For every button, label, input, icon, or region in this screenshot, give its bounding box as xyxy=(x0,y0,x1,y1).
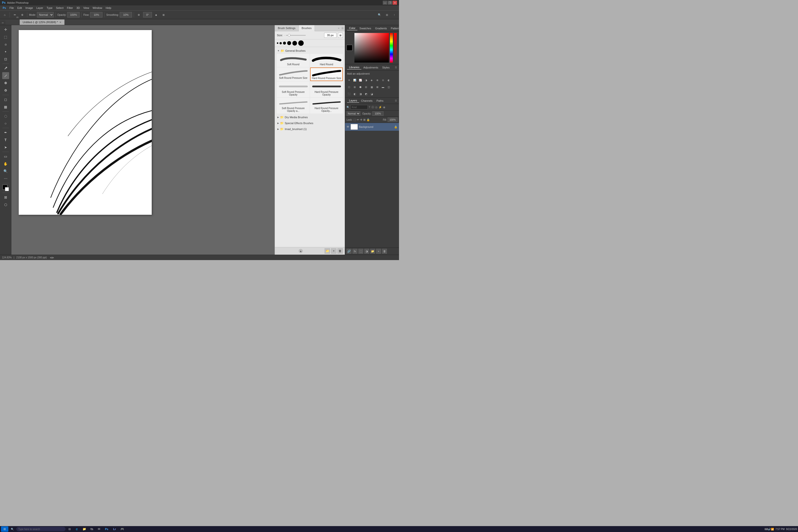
tool-eraser[interactable]: ◻ xyxy=(2,96,9,103)
tool-rect-select[interactable]: ⬚ xyxy=(2,34,9,40)
color-gradient[interactable] xyxy=(355,33,389,62)
brush-hard-round-pressure-size[interactable]: Hard Round Pressure Size xyxy=(310,68,343,81)
menu-select[interactable]: Select xyxy=(54,5,65,10)
smoothing-options-button[interactable]: ⊞ xyxy=(160,12,167,18)
adj-curves[interactable]: 📈 xyxy=(358,78,363,82)
size-slider[interactable] xyxy=(286,35,306,36)
menu-filter[interactable]: Filter xyxy=(65,5,75,10)
adj-color-lookup[interactable]: ⬢ xyxy=(358,84,363,90)
adj-hsl[interactable]: ⊕ xyxy=(375,78,380,82)
tab-gradients[interactable]: Gradients xyxy=(373,26,389,30)
opacity-value-input[interactable] xyxy=(373,111,383,116)
nav-prev-button[interactable]: ◀ xyxy=(50,256,52,259)
brush-hard-round[interactable]: Hard Round xyxy=(310,54,343,67)
flow-input[interactable] xyxy=(90,12,102,18)
folder-header-imad[interactable]: ▶ 📁 Imad_brushset (1) xyxy=(276,126,344,132)
opacity-input[interactable] xyxy=(67,12,79,18)
close-button[interactable]: ✕ xyxy=(393,1,397,5)
filter-color-icon[interactable]: ◉ xyxy=(383,106,385,109)
tool-type[interactable]: T xyxy=(2,136,9,143)
tool-hand[interactable]: ✋ xyxy=(2,160,9,167)
tool-blur[interactable]: ◌ xyxy=(2,113,9,119)
tool-dodge[interactable]: ○ xyxy=(2,120,9,127)
minimize-button[interactable]: — xyxy=(383,1,387,5)
lock-transparent-icon[interactable]: ⬚ xyxy=(354,118,356,121)
adj-bw[interactable]: ◐ xyxy=(386,78,391,82)
nav-next-button[interactable]: ▶ xyxy=(52,256,54,259)
titlebar-controls[interactable]: — ❐ ✕ xyxy=(383,1,397,5)
lock-pixels-icon[interactable]: ✏ xyxy=(357,118,359,121)
tool-rect-shape[interactable]: ▭ xyxy=(2,153,9,160)
lock-artboard-icon[interactable]: ⊞ xyxy=(363,118,365,121)
adj-a1[interactable]: ⬛ xyxy=(346,91,352,96)
tool-gradient[interactable]: ▦ xyxy=(2,103,9,110)
tab-layers[interactable]: Layers xyxy=(347,98,359,103)
toolbox-toggle[interactable]: ⇔ xyxy=(0,20,5,25)
brush-soft-round-pressure-size[interactable]: Soft Round Pressure Size xyxy=(277,68,309,81)
close-tab-button[interactable]: ✕ xyxy=(59,21,61,24)
tool-clone[interactable] xyxy=(2,87,9,94)
filter-type-icon[interactable]: T xyxy=(369,106,370,109)
adj-color-balance[interactable]: ⊙ xyxy=(381,78,385,82)
new-group-button[interactable]: 📁 xyxy=(370,249,375,254)
pressure-button[interactable]: ◈ xyxy=(153,12,159,18)
adj-a2[interactable]: ◧ xyxy=(352,91,357,96)
delete-layer-button[interactable]: 🗑 xyxy=(382,249,387,254)
tool-brush[interactable] xyxy=(2,72,9,79)
tool-zoom[interactable]: 🔍 xyxy=(2,168,9,175)
tab-channels[interactable]: Channels xyxy=(359,99,374,103)
add-mask-button[interactable]: ⬚ xyxy=(358,249,363,254)
canvas-area[interactable] xyxy=(11,25,274,255)
smoothing-input[interactable] xyxy=(120,12,132,18)
fill-value-input[interactable] xyxy=(388,117,398,122)
menu-help[interactable]: Help xyxy=(104,5,113,10)
folder-header-general[interactable]: ▼ 📁 General Brushes xyxy=(276,48,344,54)
document-tab[interactable]: Untitled-1 @ 125% (RGB/8) * ✕ xyxy=(20,19,64,25)
adj-panel-menu[interactable]: ☰ xyxy=(395,66,397,69)
add-effect-button[interactable]: fx xyxy=(353,249,357,254)
lock-size-button[interactable]: ⊞ xyxy=(338,33,343,38)
adj-selective-color[interactable]: ◫ xyxy=(386,84,391,90)
brush-soft-round-pressure-opacity[interactable]: Soft Round Pressure Opacity xyxy=(277,81,309,97)
tab-libraries[interactable]: Libraries xyxy=(347,65,361,70)
adj-vibrance[interactable]: ◈ xyxy=(369,78,374,82)
brush-hard-round-pressure-opacity-b[interactable]: Hard Round Pressure Opacity... xyxy=(310,98,343,114)
menu-3d[interactable]: 3D xyxy=(75,5,81,10)
canvas-svg[interactable] xyxy=(19,30,152,215)
angle-input[interactable] xyxy=(143,12,152,18)
brush-hard-round-pressure-opacity[interactable]: Hard Round Pressure Opacity xyxy=(310,81,343,97)
brush-settings-tab[interactable]: Brush Settings xyxy=(275,25,299,31)
expand-panel-button[interactable]: » xyxy=(337,25,340,31)
search-button[interactable]: 🔍 xyxy=(376,12,383,18)
new-folder-button[interactable]: 📁 xyxy=(325,248,330,254)
menu-window[interactable]: Window xyxy=(91,5,104,10)
preset-3[interactable] xyxy=(283,42,286,44)
background-color[interactable] xyxy=(5,187,9,191)
tab-adjustments[interactable]: Adjustments xyxy=(361,65,380,70)
brush-options-button[interactable]: ⚙ xyxy=(19,12,25,18)
restore-button[interactable]: ❐ xyxy=(388,1,392,5)
adj-exposure[interactable]: ◑ xyxy=(363,78,368,82)
tool-more[interactable]: ⋯ xyxy=(2,175,9,182)
preset-2[interactable] xyxy=(280,42,282,44)
link-layers-button[interactable]: 🔗 xyxy=(346,249,352,254)
size-input[interactable] xyxy=(324,33,337,38)
filter-mode-icon[interactable]: ◎ xyxy=(375,106,378,109)
filter-effect-icon[interactable]: Ⓐ xyxy=(372,106,374,109)
menu-edit[interactable]: Edit xyxy=(16,5,24,10)
brush-settings-button[interactable]: ⚙ xyxy=(136,12,142,18)
layer-visibility-icon[interactable]: 👁 xyxy=(346,125,349,129)
adj-a3[interactable]: ◨ xyxy=(358,91,363,96)
arrange-button[interactable]: ⊟ xyxy=(384,12,390,18)
new-brush-button[interactable]: + xyxy=(331,248,337,254)
home-button[interactable]: ⌂ xyxy=(1,12,8,18)
tool-path-select[interactable]: ➤ xyxy=(2,144,9,151)
panel-menu-button[interactable]: ☰ xyxy=(340,25,345,31)
tool-quick-mask[interactable]: ⊠ xyxy=(2,194,9,201)
preset-6[interactable] xyxy=(298,40,304,46)
menu-view[interactable]: View xyxy=(81,5,91,10)
folder-header-dry-media[interactable]: ▶ 📁 Dry Media Brushes xyxy=(276,115,344,120)
tab-swatches[interactable]: Swatches xyxy=(357,26,373,30)
adj-gradient-map[interactable]: ▬ xyxy=(381,84,385,90)
brush-tool-icon[interactable]: ✏ 35 xyxy=(12,12,18,18)
